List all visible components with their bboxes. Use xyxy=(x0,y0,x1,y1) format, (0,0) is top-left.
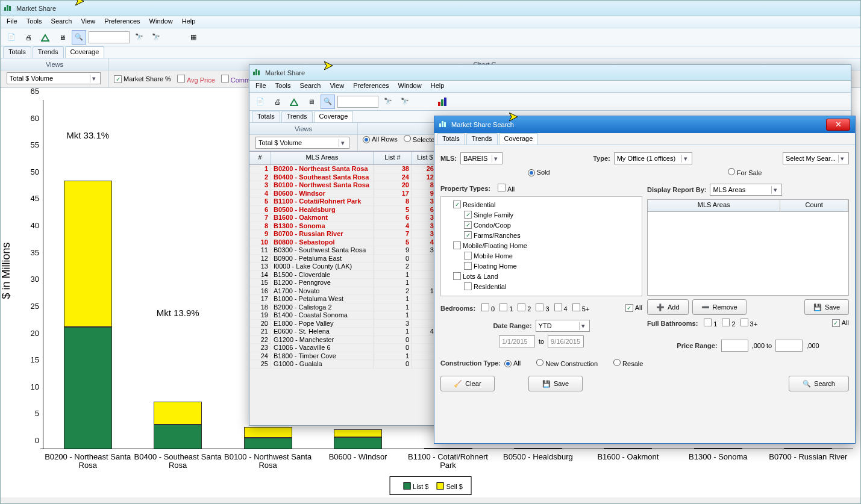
screen-icon[interactable]: 🖥 xyxy=(55,30,69,45)
dialog-title-bar[interactable]: Market Share Search ✕ xyxy=(434,116,855,133)
search-button[interactable]: 🔍Search xyxy=(789,376,849,391)
tree-item[interactable]: Residential xyxy=(445,281,638,291)
clear-button[interactable]: 🧹Clear xyxy=(440,376,495,391)
price-from-input[interactable] xyxy=(721,340,748,352)
bed-3-checkbox[interactable] xyxy=(536,303,543,311)
tree-checkbox[interactable] xyxy=(464,231,472,239)
close-button[interactable]: ✕ xyxy=(826,119,850,131)
grid-icon[interactable]: ▦ xyxy=(186,30,201,45)
bed-2-checkbox[interactable] xyxy=(518,303,525,311)
tree-checkbox[interactable] xyxy=(464,252,472,260)
display-select[interactable]: MLS Areas▾ xyxy=(710,184,782,196)
tree-item[interactable]: Floating Home xyxy=(445,261,638,271)
baths-all-checkbox[interactable] xyxy=(832,319,840,327)
export-icon[interactable] xyxy=(38,30,52,45)
remove-button[interactable]: ➖Remove xyxy=(692,299,747,315)
tree-item[interactable]: Lots & Land xyxy=(445,271,638,281)
mls-select[interactable]: BAREIS▾ xyxy=(460,152,503,164)
save-areas-button[interactable]: 💾Save xyxy=(804,299,849,315)
tree-checkbox[interactable] xyxy=(464,221,472,229)
bath-3+-checkbox[interactable] xyxy=(740,319,748,326)
bath-2-checkbox[interactable] xyxy=(722,319,730,326)
tab-coverage[interactable]: Coverage xyxy=(499,133,539,145)
tab-coverage[interactable]: Coverage xyxy=(65,46,105,58)
col-list[interactable]: List # xyxy=(374,152,412,164)
menu-help[interactable]: Help xyxy=(427,81,448,90)
tab-totals[interactable]: Totals xyxy=(3,46,31,58)
allrows-radio[interactable] xyxy=(363,136,370,143)
export-icon[interactable] xyxy=(287,95,301,109)
date-to-input[interactable] xyxy=(548,335,584,347)
tree-checkbox[interactable] xyxy=(464,282,472,290)
menu-search[interactable]: Search xyxy=(48,16,76,26)
forsale-radio[interactable] xyxy=(728,168,735,175)
screen-icon[interactable]: 🖥 xyxy=(304,95,318,109)
menu-window[interactable]: Window xyxy=(395,81,425,90)
menu-window[interactable]: Window xyxy=(146,16,177,26)
toolbar-search-input[interactable] xyxy=(337,96,378,108)
tab-totals[interactable]: Totals xyxy=(437,133,465,145)
menu-preferences[interactable]: Preferences xyxy=(349,81,392,90)
menu-file[interactable]: File xyxy=(3,16,21,26)
col-area[interactable]: MLS Areas xyxy=(271,152,374,164)
type-select[interactable]: My Office (1 offices)▾ xyxy=(614,152,692,164)
search-toolbar-icon[interactable]: 🔍 xyxy=(321,95,335,109)
binoculars-next-icon[interactable]: 🔭 xyxy=(398,95,412,109)
tree-item[interactable]: Single Family xyxy=(445,210,638,220)
binoculars-icon[interactable]: 🔭 xyxy=(381,95,395,109)
date-from-input[interactable] xyxy=(499,335,535,347)
menu-preferences[interactable]: Preferences xyxy=(101,16,143,26)
selected-radio[interactable] xyxy=(404,135,411,142)
tab-trends[interactable]: Trends xyxy=(281,111,313,122)
print-icon[interactable]: 🖨 xyxy=(21,30,36,45)
bath-1-checkbox[interactable] xyxy=(704,319,712,326)
tree-checkbox[interactable] xyxy=(464,262,472,270)
areas-col1[interactable]: MLS Areas xyxy=(648,200,780,211)
menu-tools[interactable]: Tools xyxy=(272,81,295,90)
save-button[interactable]: 💾Save xyxy=(528,376,583,391)
daterange-select[interactable]: YTD▾ xyxy=(536,320,590,332)
tree-item[interactable]: Mobile/Floating Home xyxy=(445,240,638,250)
menu-file[interactable]: File xyxy=(252,81,270,90)
tree-checkbox[interactable] xyxy=(453,201,461,208)
tree-item[interactable]: Farms/Ranches xyxy=(445,230,638,240)
constr-new-radio[interactable] xyxy=(536,359,543,366)
tab-coverage[interactable]: Coverage xyxy=(314,111,354,122)
property-type-tree[interactable]: ResidentialSingle FamilyCondo/CoopFarms/… xyxy=(440,196,642,296)
tree-checkbox[interactable] xyxy=(464,211,472,219)
menu-tools[interactable]: Tools xyxy=(23,16,46,26)
col-num[interactable]: # xyxy=(249,152,271,164)
tab-totals[interactable]: Totals xyxy=(252,111,280,122)
tree-checkbox[interactable] xyxy=(453,241,461,249)
menu-view[interactable]: View xyxy=(77,16,99,26)
avgprice-checkbox[interactable] xyxy=(177,75,185,82)
search-toolbar-icon[interactable]: 🔍 xyxy=(72,30,86,45)
add-button[interactable]: ➕Add xyxy=(647,299,689,315)
bed-1-checkbox[interactable] xyxy=(499,303,507,311)
print-preview-icon[interactable]: 📄 xyxy=(253,95,268,109)
tree-item[interactable]: Mobile Home xyxy=(445,250,638,261)
areas-col2[interactable]: Count xyxy=(780,200,848,211)
bed-5+-checkbox[interactable] xyxy=(572,303,580,311)
menu-search[interactable]: Search xyxy=(296,81,325,90)
views-select-grid[interactable]: Total $ Volume▾ xyxy=(255,137,349,149)
bed-0-checkbox[interactable] xyxy=(481,303,489,311)
tab-trends[interactable]: Trends xyxy=(466,133,498,145)
commission-checkbox[interactable] xyxy=(221,75,229,82)
marketshare-checkbox[interactable] xyxy=(114,75,122,83)
selectmy-select[interactable]: Select My Sear...▾ xyxy=(783,152,849,164)
proptypes-all-checkbox[interactable] xyxy=(498,184,506,191)
menu-help[interactable]: Help xyxy=(178,16,199,26)
tree-item[interactable]: Residential xyxy=(445,199,638,210)
print-icon[interactable]: 🖨 xyxy=(270,95,284,109)
tree-item[interactable]: Condo/Coop xyxy=(445,220,638,230)
price-to-input[interactable] xyxy=(775,340,803,352)
binoculars-next-icon[interactable]: 🔭 xyxy=(149,30,163,45)
beds-all-checkbox[interactable] xyxy=(625,304,633,312)
tree-checkbox[interactable] xyxy=(453,272,461,280)
binoculars-icon[interactable]: 🔭 xyxy=(132,30,146,45)
chart-icon[interactable] xyxy=(435,95,449,109)
sold-radio[interactable] xyxy=(528,169,535,176)
menu-view[interactable]: View xyxy=(326,81,348,90)
constr-all-radio[interactable] xyxy=(504,360,512,367)
